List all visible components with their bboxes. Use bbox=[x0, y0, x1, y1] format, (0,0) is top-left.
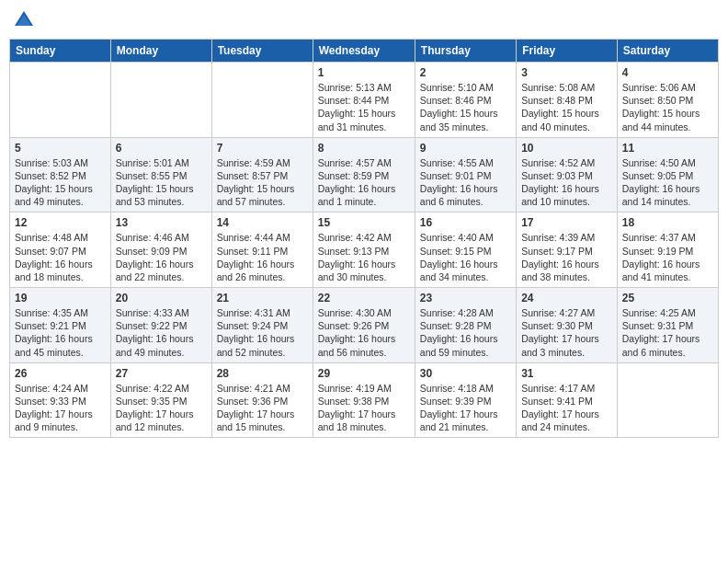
calendar-cell: 4Sunrise: 5:06 AMSunset: 8:50 PMDaylight… bbox=[617, 63, 718, 138]
calendar-cell: 8Sunrise: 4:57 AMSunset: 8:59 PMDaylight… bbox=[313, 137, 415, 213]
calendar-cell: 22Sunrise: 4:30 AMSunset: 9:26 PMDayligh… bbox=[313, 288, 415, 363]
day-number: 29 bbox=[318, 367, 410, 380]
day-number: 6 bbox=[116, 142, 207, 155]
day-info: Sunrise: 4:35 AMSunset: 9:21 PMDaylight:… bbox=[15, 306, 106, 359]
day-number: 8 bbox=[318, 142, 410, 155]
day-number: 26 bbox=[15, 367, 106, 380]
day-number: 21 bbox=[217, 292, 308, 304]
calendar-cell: 9Sunrise: 4:55 AMSunset: 9:01 PMDaylight… bbox=[415, 137, 516, 213]
calendar-cell: 10Sunrise: 4:52 AMSunset: 9:03 PMDayligh… bbox=[517, 137, 618, 213]
day-number: 11 bbox=[622, 142, 713, 155]
calendar-cell: 7Sunrise: 4:59 AMSunset: 8:57 PMDaylight… bbox=[211, 137, 313, 213]
day-info: Sunrise: 4:21 AMSunset: 9:36 PMDaylight:… bbox=[217, 382, 308, 434]
day-number: 16 bbox=[420, 216, 511, 229]
calendar-cell: 29Sunrise: 4:19 AMSunset: 9:38 PMDayligh… bbox=[313, 362, 415, 438]
day-number: 17 bbox=[521, 216, 612, 229]
calendar-cell: 3Sunrise: 5:08 AMSunset: 8:48 PMDaylight… bbox=[517, 63, 618, 138]
day-number: 22 bbox=[318, 292, 410, 304]
day-number: 1 bbox=[318, 66, 410, 79]
day-number: 28 bbox=[217, 367, 308, 380]
day-info: Sunrise: 4:18 AMSunset: 9:39 PMDaylight:… bbox=[420, 382, 511, 434]
day-info: Sunrise: 4:39 AMSunset: 9:17 PMDaylight:… bbox=[521, 231, 612, 283]
day-info: Sunrise: 4:50 AMSunset: 9:05 PMDaylight:… bbox=[622, 156, 713, 209]
calendar-cell: 1Sunrise: 5:13 AMSunset: 8:44 PMDaylight… bbox=[313, 63, 415, 138]
day-info: Sunrise: 4:17 AMSunset: 9:41 PMDaylight:… bbox=[521, 382, 612, 434]
day-info: Sunrise: 4:52 AMSunset: 9:03 PMDaylight:… bbox=[521, 156, 612, 209]
day-number: 25 bbox=[622, 292, 713, 304]
day-number: 15 bbox=[318, 216, 410, 229]
day-info: Sunrise: 5:10 AMSunset: 8:46 PMDaylight:… bbox=[420, 81, 511, 133]
logo-icon bbox=[13, 9, 35, 31]
calendar-cell: 5Sunrise: 5:03 AMSunset: 8:52 PMDaylight… bbox=[10, 137, 111, 213]
calendar-cell: 13Sunrise: 4:46 AMSunset: 9:09 PMDayligh… bbox=[110, 213, 211, 288]
calendar-cell: 18Sunrise: 4:37 AMSunset: 9:19 PMDayligh… bbox=[617, 213, 718, 288]
day-number: 12 bbox=[15, 216, 106, 229]
day-info: Sunrise: 4:44 AMSunset: 9:11 PMDaylight:… bbox=[217, 231, 308, 283]
day-info: Sunrise: 4:57 AMSunset: 8:59 PMDaylight:… bbox=[318, 156, 410, 209]
day-info: Sunrise: 4:19 AMSunset: 9:38 PMDaylight:… bbox=[318, 382, 410, 434]
day-number: 14 bbox=[217, 216, 308, 229]
page-header bbox=[9, 9, 719, 31]
calendar-header-row: SundayMondayTuesdayWednesdayThursdayFrid… bbox=[10, 40, 719, 63]
calendar-cell: 2Sunrise: 5:10 AMSunset: 8:46 PMDaylight… bbox=[415, 63, 516, 138]
calendar-table: SundayMondayTuesdayWednesdayThursdayFrid… bbox=[9, 39, 719, 438]
calendar-cell: 19Sunrise: 4:35 AMSunset: 9:21 PMDayligh… bbox=[10, 288, 111, 363]
day-number: 31 bbox=[521, 367, 612, 380]
calendar-cell: 26Sunrise: 4:24 AMSunset: 9:33 PMDayligh… bbox=[10, 362, 111, 438]
calendar-cell bbox=[617, 362, 718, 438]
header-saturday: Saturday bbox=[617, 40, 718, 63]
day-number: 30 bbox=[420, 367, 511, 380]
day-number: 27 bbox=[116, 367, 207, 380]
calendar-week-5: 26Sunrise: 4:24 AMSunset: 9:33 PMDayligh… bbox=[10, 362, 719, 438]
day-info: Sunrise: 4:22 AMSunset: 9:35 PMDaylight:… bbox=[116, 382, 207, 434]
day-info: Sunrise: 4:48 AMSunset: 9:07 PMDaylight:… bbox=[15, 231, 106, 283]
day-info: Sunrise: 5:06 AMSunset: 8:50 PMDaylight:… bbox=[622, 81, 713, 133]
header-thursday: Thursday bbox=[415, 40, 516, 63]
day-info: Sunrise: 4:42 AMSunset: 9:13 PMDaylight:… bbox=[318, 231, 410, 283]
day-info: Sunrise: 4:27 AMSunset: 9:30 PMDaylight:… bbox=[521, 306, 612, 359]
day-info: Sunrise: 4:55 AMSunset: 9:01 PMDaylight:… bbox=[420, 156, 511, 209]
calendar-cell: 30Sunrise: 4:18 AMSunset: 9:39 PMDayligh… bbox=[415, 362, 516, 438]
calendar-cell: 11Sunrise: 4:50 AMSunset: 9:05 PMDayligh… bbox=[617, 137, 718, 213]
calendar-cell: 12Sunrise: 4:48 AMSunset: 9:07 PMDayligh… bbox=[10, 213, 111, 288]
day-info: Sunrise: 5:01 AMSunset: 8:55 PMDaylight:… bbox=[116, 156, 207, 209]
calendar-week-1: 1Sunrise: 5:13 AMSunset: 8:44 PMDaylight… bbox=[10, 63, 719, 138]
calendar-cell: 6Sunrise: 5:01 AMSunset: 8:55 PMDaylight… bbox=[110, 137, 211, 213]
day-number: 2 bbox=[420, 66, 511, 79]
header-wednesday: Wednesday bbox=[313, 40, 415, 63]
header-friday: Friday bbox=[517, 40, 618, 63]
calendar-cell: 24Sunrise: 4:27 AMSunset: 9:30 PMDayligh… bbox=[517, 288, 618, 363]
day-info: Sunrise: 4:40 AMSunset: 9:15 PMDaylight:… bbox=[420, 231, 511, 283]
calendar-cell: 27Sunrise: 4:22 AMSunset: 9:35 PMDayligh… bbox=[110, 362, 211, 438]
day-number: 4 bbox=[622, 66, 713, 79]
calendar-cell: 17Sunrise: 4:39 AMSunset: 9:17 PMDayligh… bbox=[517, 213, 618, 288]
day-number: 5 bbox=[15, 142, 106, 155]
day-number: 3 bbox=[521, 66, 612, 79]
day-number: 20 bbox=[116, 292, 207, 304]
calendar-cell: 25Sunrise: 4:25 AMSunset: 9:31 PMDayligh… bbox=[617, 288, 718, 363]
calendar-cell: 23Sunrise: 4:28 AMSunset: 9:28 PMDayligh… bbox=[415, 288, 516, 363]
calendar-cell: 20Sunrise: 4:33 AMSunset: 9:22 PMDayligh… bbox=[110, 288, 211, 363]
day-info: Sunrise: 4:33 AMSunset: 9:22 PMDaylight:… bbox=[116, 306, 207, 359]
calendar-cell bbox=[110, 63, 211, 138]
header-sunday: Sunday bbox=[10, 40, 111, 63]
calendar-week-2: 5Sunrise: 5:03 AMSunset: 8:52 PMDaylight… bbox=[10, 137, 719, 213]
day-number: 7 bbox=[217, 142, 308, 155]
header-monday: Monday bbox=[110, 40, 211, 63]
day-info: Sunrise: 4:25 AMSunset: 9:31 PMDaylight:… bbox=[622, 306, 713, 359]
calendar-cell: 14Sunrise: 4:44 AMSunset: 9:11 PMDayligh… bbox=[211, 213, 313, 288]
day-info: Sunrise: 4:31 AMSunset: 9:24 PMDaylight:… bbox=[217, 306, 308, 359]
day-info: Sunrise: 4:37 AMSunset: 9:19 PMDaylight:… bbox=[622, 231, 713, 283]
day-info: Sunrise: 5:03 AMSunset: 8:52 PMDaylight:… bbox=[15, 156, 106, 209]
calendar-cell: 15Sunrise: 4:42 AMSunset: 9:13 PMDayligh… bbox=[313, 213, 415, 288]
calendar-cell: 31Sunrise: 4:17 AMSunset: 9:41 PMDayligh… bbox=[517, 362, 618, 438]
day-info: Sunrise: 5:08 AMSunset: 8:48 PMDaylight:… bbox=[521, 81, 612, 133]
calendar-cell: 16Sunrise: 4:40 AMSunset: 9:15 PMDayligh… bbox=[415, 213, 516, 288]
day-info: Sunrise: 4:46 AMSunset: 9:09 PMDaylight:… bbox=[116, 231, 207, 283]
day-number: 18 bbox=[622, 216, 713, 229]
day-number: 10 bbox=[521, 142, 612, 155]
day-number: 23 bbox=[420, 292, 511, 304]
day-info: Sunrise: 5:13 AMSunset: 8:44 PMDaylight:… bbox=[318, 81, 410, 133]
day-info: Sunrise: 4:59 AMSunset: 8:57 PMDaylight:… bbox=[217, 156, 308, 209]
day-info: Sunrise: 4:30 AMSunset: 9:26 PMDaylight:… bbox=[318, 306, 410, 359]
